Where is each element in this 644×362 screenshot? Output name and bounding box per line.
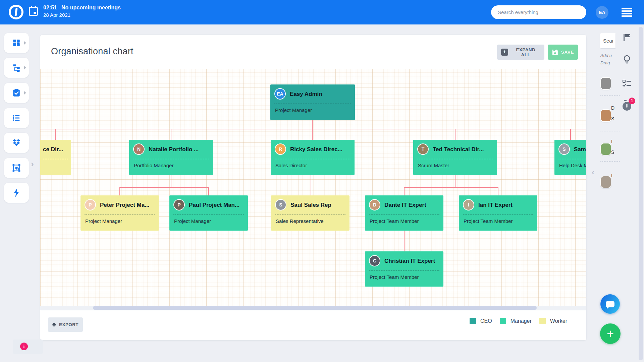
sidebar-item-dropbox[interactable]: [4, 133, 29, 153]
chevron-right-icon: [24, 41, 26, 45]
dropbox-icon: [12, 138, 21, 147]
divider: [417, 159, 493, 159]
org-node-name: Easy Admin: [290, 91, 352, 98]
divider: [274, 104, 351, 104]
connector-line: [404, 187, 405, 195]
connector-line: [40, 129, 586, 129]
connector-line: [171, 175, 171, 187]
avatar: P: [173, 199, 185, 210]
org-node-role: Portfolio Manager: [134, 163, 211, 168]
org-node-role: Sales Representative: [276, 218, 347, 224]
panel-user-name: I: [611, 139, 615, 144]
org-node-name: Paul Project Man...: [189, 202, 245, 208]
export-button[interactable]: EXPORT: [48, 317, 83, 332]
panel-divider: [600, 95, 620, 96]
expand-all-button[interactable]: + EXPAND ALL: [497, 45, 544, 60]
org-node-name: Dante IT Expert: [384, 202, 441, 208]
clipboard-check-icon: [12, 88, 21, 97]
avatar: S: [558, 143, 570, 155]
chat-button[interactable]: [600, 294, 620, 314]
org-node-name: Ted Technical Dir...: [433, 146, 494, 153]
org-node-role: Project Manager: [174, 218, 246, 224]
sidebar-item-dashboard[interactable]: [4, 33, 29, 53]
org-node-name: Sam S: [574, 146, 586, 153]
avatar: I: [463, 199, 474, 210]
legend-swatch-ceo: [470, 318, 476, 324]
org-node-name: Peter Project Ma...: [100, 202, 156, 208]
save-icon: [552, 49, 558, 56]
panel-user-status: S: [611, 149, 615, 155]
sidebar-item-list[interactable]: [4, 108, 29, 128]
org-node-role: Project Manager: [85, 218, 157, 224]
vertical-scrollbar[interactable]: [639, 27, 643, 360]
divider: [369, 270, 439, 271]
info-badge-container: i: [13, 340, 43, 354]
divider: [275, 215, 345, 215]
org-node[interactable]: EA Easy Admin Project Manager: [270, 84, 355, 120]
user-avatar[interactable]: EA: [596, 6, 608, 19]
org-node[interactable]: ce Dir...: [40, 140, 71, 175]
org-node[interactable]: S Saul Sales Rep Sales Representative: [271, 195, 350, 231]
lightbulb-icon[interactable]: [621, 54, 633, 65]
panel-user-avatar[interactable]: [600, 176, 611, 188]
dashboard-icon: [12, 39, 21, 47]
info-icon[interactable]: i: [20, 343, 28, 350]
org-node-role: Sales Director: [275, 163, 353, 168]
org-node[interactable]: N Natalie Portfolio ... Portfolio Manage…: [129, 140, 213, 175]
divider: [463, 215, 533, 215]
divider: [369, 215, 439, 215]
menu-icon[interactable]: [622, 8, 632, 17]
panel-user-avatar[interactable]: [600, 109, 611, 122]
legend-item-ceo: CEO: [470, 318, 492, 324]
app-logo-icon[interactable]: [9, 5, 23, 19]
legend-swatch-worker: [539, 318, 546, 324]
search-input[interactable]: [491, 5, 586, 19]
flag-icon[interactable]: [621, 32, 633, 43]
current-date: 28 Apr 2021: [43, 12, 70, 18]
chat-icon: [606, 301, 614, 307]
horizontal-scrollbar-thumb[interactable]: [93, 306, 537, 310]
avatar: EA: [274, 88, 286, 100]
org-node[interactable]: D Dante IT Expert Project Team Member: [365, 195, 443, 231]
org-node[interactable]: I Ian IT Expert Project Team Member: [459, 195, 537, 231]
org-chart-canvas[interactable]: EA Easy Admin Project Manager ce Dir... …: [40, 69, 586, 306]
org-node-name: Saul Sales Rep: [290, 202, 347, 208]
org-node-role: Project Team Member: [370, 274, 441, 280]
org-node[interactable]: R Ricky Sales Direc... Sales Director: [271, 140, 355, 175]
panel-user-status: S: [611, 116, 615, 121]
panel-collapse-icon[interactable]: ‹: [592, 168, 594, 177]
panel-user-avatar[interactable]: [600, 143, 611, 156]
panel-user-name: D: [611, 105, 615, 111]
add-button[interactable]: +: [600, 323, 621, 344]
panel-divider: [600, 161, 620, 162]
panel-search-input[interactable]: [600, 33, 615, 48]
clock-time: 02:51: [43, 5, 57, 11]
checklist-icon[interactable]: [621, 78, 633, 89]
org-node[interactable]: T Ted Technical Dir... Scrum Master: [413, 140, 497, 175]
connector-line: [455, 129, 455, 140]
save-button[interactable]: SAVE: [548, 45, 578, 60]
org-node[interactable]: P Peter Project Ma... Project Manager: [80, 195, 159, 231]
connector-line: [311, 175, 311, 195]
org-node[interactable]: P Paul Project Man... Project Manager: [169, 195, 248, 231]
sidebar-item-org-structure[interactable]: [4, 58, 29, 78]
calendar-icon[interactable]: [29, 6, 38, 16]
connector-line: [119, 187, 209, 188]
sidebar-item-boards[interactable]: [4, 158, 29, 178]
legend: CEO Manager Worker: [470, 318, 567, 324]
legend-item-worker: Worker: [539, 318, 567, 324]
sidebar-item-tasks[interactable]: [4, 83, 29, 103]
plus-icon: +: [501, 49, 508, 56]
org-node[interactable]: S Sam S Help Desk M: [554, 140, 586, 175]
org-node-role: Project Manager: [275, 107, 353, 113]
printer-icon: [52, 321, 56, 328]
legend-swatch-manager: [500, 318, 506, 324]
top-bar: 02:51 No upcoming meetings 28 Apr 2021 E…: [0, 0, 644, 24]
sidebar-expand-handle[interactable]: ›: [31, 159, 34, 169]
sidebar-item-quick-actions[interactable]: [4, 183, 29, 203]
org-node[interactable]: C Christian IT Expert Project Team Membe…: [365, 251, 443, 287]
connector-line: [119, 187, 120, 195]
connector-line: [171, 129, 171, 140]
panel-user-avatar[interactable]: [600, 77, 611, 90]
org-tree-icon: [12, 63, 21, 72]
